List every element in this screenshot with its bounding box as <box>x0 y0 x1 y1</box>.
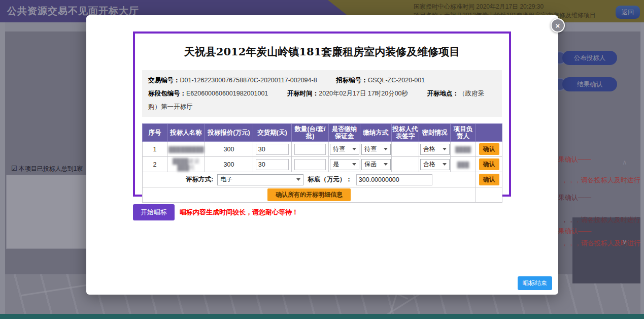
modal-title: 天祝县2012年炭山岭镇181套廉租房室内装修及维修项目 <box>142 45 502 59</box>
delivery-input[interactable] <box>256 159 289 170</box>
eval-method-label: 评标方式: <box>186 175 213 184</box>
pay-method-select[interactable]: 待查 <box>361 144 391 155</box>
rep-sign-cell <box>392 157 419 172</box>
chevron-down-icon <box>296 178 300 181</box>
deposit-cell: 待查 <box>329 142 360 157</box>
chevron-down-icon <box>384 163 388 166</box>
open-place-label: 开标地点： <box>427 90 459 97</box>
confirm-all-cell: 确认所有的开标明细信息 <box>143 187 476 203</box>
eval-method-row: 评标方式: 电子 标底（万元）： 确认 <box>143 172 502 187</box>
base-price-input[interactable] <box>356 174 432 185</box>
row-confirm-button[interactable]: 确认 <box>479 158 499 170</box>
seq-cell: 2 <box>143 157 167 172</box>
redacted-bidder-name: ████建设███司 <box>168 158 204 171</box>
open-time-label: 开标时间： <box>287 90 319 97</box>
pay-method-cell: 保函 <box>360 157 392 172</box>
chevron-down-icon <box>352 163 356 166</box>
wait-notice-text: 唱标内容生成时间较长，请您耐心等待！ <box>180 208 298 217</box>
seq-cell: 1 <box>143 142 167 157</box>
chevron-down-icon <box>384 148 388 150</box>
redacted-bidder-name: █████████ <box>168 146 204 153</box>
redacted-manager-name: ████ <box>455 146 471 153</box>
tender-no-value: GSQL-ZC-2020-001 <box>368 77 425 84</box>
start-announce-row: 开始唱标 唱标内容生成时间较长，请您耐心等待！ <box>133 204 298 220</box>
quantity-input[interactable] <box>294 144 326 155</box>
col-header-seq: 序号 <box>143 124 167 142</box>
quantity-input[interactable] <box>294 159 326 170</box>
delivery-input[interactable] <box>256 144 289 155</box>
base-price-label: 标底（万元）： <box>308 175 352 184</box>
delivery-cell <box>253 142 292 157</box>
pay-method-cell: 待查 <box>360 142 392 157</box>
seal-cell: 合格 <box>419 142 451 157</box>
manager-cell: ███ <box>451 157 476 172</box>
bid-opening-hall-page: 公共资源交易不见面开标大厅 国家授时中心标准时间 2020年2月17日 20:2… <box>0 0 644 319</box>
bidder-name-cell: █████████ <box>167 142 205 157</box>
chevron-down-icon <box>443 163 447 166</box>
seal-select[interactable]: 合格 <box>420 159 450 170</box>
col-header-price: 投标报价(万元) <box>205 124 253 142</box>
col-header-seal: 密封情况 <box>419 124 451 142</box>
seal-select[interactable]: 合格 <box>420 144 450 155</box>
action-cell: 确认 <box>476 157 502 172</box>
chevron-down-icon <box>352 148 356 150</box>
chevron-down-icon <box>443 148 447 150</box>
open-time-value: 2020年02月17日 17时20分00秒 <box>319 90 408 97</box>
close-icon[interactable]: × <box>551 18 565 33</box>
confirm-all-button[interactable]: 确认所有的开标明细信息 <box>267 188 351 201</box>
trade-no-label: 交易编号： <box>148 77 180 84</box>
price-cell: 300 <box>205 157 253 172</box>
col-header-deposit: 是否缴纳保证金 <box>329 124 360 142</box>
bid-table: 序号 投标人名称 投标报价(万元) 交货期(天) 数量(台/套/批) 是否缴纳保… <box>142 123 502 203</box>
redacted-manager-name: ███ <box>457 162 469 168</box>
pay-method-select[interactable]: 保函 <box>361 159 391 170</box>
quantity-cell <box>292 142 329 157</box>
start-announce-button[interactable]: 开始唱标 <box>133 204 175 220</box>
bid-opening-modal: 天祝县2012年炭山岭镇181套廉租房室内装修及维修项目 交易编号：D01-12… <box>86 15 558 295</box>
col-header-delivery: 交货期(天) <box>253 124 292 142</box>
table-row: 1 █████████ 300 待查 待查 合格 ████ 确认 <box>143 142 502 157</box>
col-header-action <box>476 124 502 142</box>
rep-sign-cell <box>392 142 419 157</box>
project-info-box: 交易编号：D01-12622300076758870C-20200117-002… <box>142 70 502 117</box>
action-cell <box>476 187 502 203</box>
col-header-quantity: 数量(台/套/批) <box>292 124 329 142</box>
seal-cell: 合格 <box>419 157 451 172</box>
bid-detail-box: 天祝县2012年炭山岭镇181套廉租房室内装修及维修项目 交易编号：D01-12… <box>133 31 511 197</box>
deposit-select[interactable]: 待查 <box>330 144 359 155</box>
trade-no-value: D01-12622300076758870C-20200117-002094-8 <box>180 77 317 84</box>
col-header-pay-method: 缴纳方式 <box>360 124 392 142</box>
action-cell: 确认 <box>476 172 502 187</box>
bidder-name-cell: ████建设███司 <box>167 157 205 172</box>
eval-method-select[interactable]: 电子 <box>217 174 303 185</box>
table-row: 2 ████建设███司 300 是 保函 合格 ███ 确认 <box>143 157 502 172</box>
price-cell: 300 <box>205 142 253 157</box>
info-row: 交易编号：D01-12622300076758870C-20200117-002… <box>148 74 496 87</box>
delivery-cell <box>253 157 292 172</box>
manager-cell: ████ <box>451 142 476 157</box>
quantity-cell <box>292 157 329 172</box>
deposit-cell: 是 <box>329 157 360 172</box>
tender-no-label: 招标编号： <box>336 77 368 84</box>
package-no-label: 标段包编号： <box>148 90 186 97</box>
col-header-rep-sign: 投标人代表签字 <box>392 124 419 142</box>
eval-method-cell: 评标方式: 电子 标底（万元）： <box>143 172 476 187</box>
confirm-all-row: 确认所有的开标明细信息 <box>143 187 502 203</box>
end-announce-button[interactable]: 唱标结束 <box>518 276 552 290</box>
table-header-row: 序号 投标人名称 投标报价(万元) 交货期(天) 数量(台/套/批) 是否缴纳保… <box>143 124 502 142</box>
info-row: 标段包编号：E6206000606001982001001 开标时间：2020年… <box>148 87 496 113</box>
col-header-manager: 项目负责人 <box>451 124 476 142</box>
col-header-bidder: 投标人名称 <box>167 124 205 142</box>
footer-confirm-button[interactable]: 确认 <box>479 174 499 185</box>
action-cell: 确认 <box>476 142 502 157</box>
row-confirm-button[interactable]: 确认 <box>479 143 499 155</box>
deposit-select[interactable]: 是 <box>330 159 359 170</box>
package-no-value: E6206000606001982001001 <box>186 90 268 97</box>
